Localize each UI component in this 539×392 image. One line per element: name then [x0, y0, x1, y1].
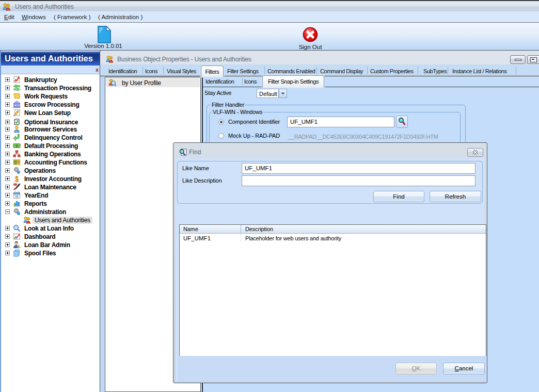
svg-text:31: 31 — [15, 195, 19, 198]
svg-text:$: $ — [15, 175, 19, 183]
